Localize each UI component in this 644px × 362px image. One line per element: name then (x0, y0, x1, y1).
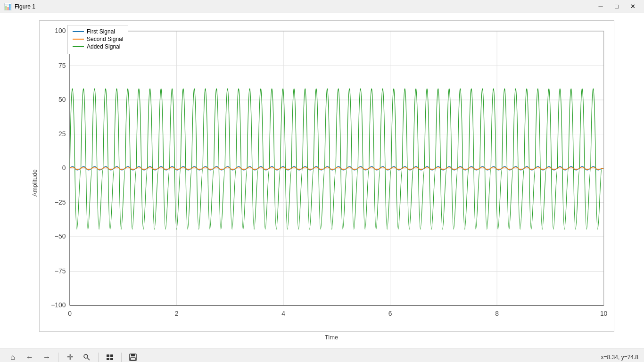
forward-button[interactable]: → (40, 351, 54, 362)
chart-area: Amplitude First Signal Second Signal Add… (30, 20, 614, 332)
zoom-button[interactable] (80, 351, 94, 362)
pan-button[interactable]: ✛ (63, 351, 77, 362)
svg-rect-0 (40, 21, 614, 331)
legend-line-first (73, 31, 84, 32)
svg-text:25: 25 (58, 130, 66, 138)
legend-item-second: Second Signal (73, 36, 123, 42)
toolbar-separator-3 (121, 353, 122, 362)
svg-rect-41 (131, 354, 135, 356)
chart-svg[interactable]: 100 75 50 25 0 −25 −50 −75 −100 0 2 4 6 … (39, 20, 614, 332)
restore-button[interactable]: □ (609, 1, 624, 12)
svg-rect-37 (110, 354, 113, 357)
toolbar-separator-2 (98, 353, 99, 362)
back-button[interactable]: ← (23, 351, 37, 362)
save-button[interactable] (126, 351, 140, 362)
x-axis-label: Time (30, 332, 614, 341)
main-area: Amplitude First Signal Second Signal Add… (0, 13, 644, 348)
status-bar: x=8.34, y=74.8 (601, 354, 638, 361)
legend-item-first: First Signal (73, 28, 123, 35)
svg-line-35 (88, 358, 90, 360)
titlebar: 📊 Figure 1 ─ □ ✕ (0, 0, 644, 13)
svg-text:100: 100 (55, 27, 66, 34)
svg-text:0: 0 (62, 164, 66, 172)
legend-item-added: Added Signal (73, 43, 123, 50)
window-title: Figure 1 (15, 3, 35, 10)
legend-line-added (73, 46, 84, 47)
svg-text:2: 2 (175, 310, 179, 317)
svg-text:4: 4 (281, 310, 285, 317)
svg-text:50: 50 (58, 96, 66, 103)
minimize-button[interactable]: ─ (593, 1, 608, 12)
svg-point-34 (84, 354, 88, 358)
svg-text:6: 6 (388, 310, 392, 317)
legend-label-second: Second Signal (87, 36, 123, 42)
toolbar: ⌂ ← → ✛ x=8.34, (0, 348, 644, 362)
legend-label-added: Added Signal (87, 43, 120, 50)
svg-rect-36 (107, 354, 109, 357)
svg-text:0: 0 (68, 310, 72, 317)
close-button[interactable]: ✕ (625, 1, 640, 12)
toolbar-separator-1 (58, 353, 58, 362)
toolbar-left: ⌂ ← → ✛ (6, 351, 140, 362)
svg-text:8: 8 (495, 310, 499, 317)
svg-rect-38 (107, 358, 109, 360)
legend: First Signal Second Signal Added Signal (67, 25, 128, 54)
svg-text:−25: −25 (55, 198, 66, 206)
legend-label-first: First Signal (87, 28, 115, 35)
chart-container: Amplitude First Signal Second Signal Add… (30, 20, 614, 341)
svg-text:−100: −100 (51, 301, 66, 309)
configure-button[interactable] (103, 351, 117, 362)
svg-text:−75: −75 (55, 267, 66, 275)
titlebar-buttons: ─ □ ✕ (593, 1, 640, 12)
window-icon: 📊 (4, 3, 12, 10)
chart-inner[interactable]: First Signal Second Signal Added Signal (39, 20, 614, 332)
titlebar-left: 📊 Figure 1 (4, 3, 35, 10)
y-axis-label: Amplitude (30, 20, 39, 332)
svg-text:10: 10 (600, 310, 608, 317)
svg-text:−50: −50 (55, 232, 66, 240)
home-button[interactable]: ⌂ (6, 351, 20, 362)
svg-rect-42 (131, 358, 135, 360)
legend-line-second (73, 39, 84, 40)
svg-rect-39 (110, 358, 113, 360)
svg-text:75: 75 (58, 62, 66, 69)
